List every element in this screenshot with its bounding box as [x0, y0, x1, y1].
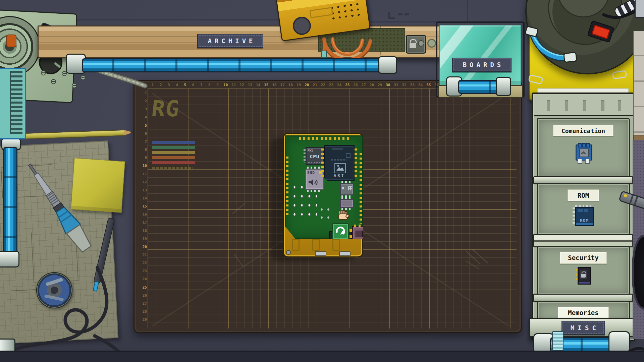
- screw[interactable]: [41, 70, 46, 75]
- drawer-label-comunication: Comunication: [553, 125, 613, 136]
- ruler-number: 10: [138, 164, 147, 168]
- ruler-number: 32: [400, 83, 408, 87]
- ruler-number: 35: [425, 83, 433, 87]
- art-chip[interactable]: ART: [324, 145, 355, 181]
- ruler-number: 26: [352, 83, 360, 87]
- ruler-number: 14: [138, 196, 147, 200]
- shell-slot: [312, 239, 320, 251]
- ruler-number: 13: [246, 83, 254, 87]
- logo-stripe: [152, 141, 195, 144]
- pencil[interactable]: [21, 130, 125, 140]
- blue-pipe-under-shelf: [82, 58, 383, 72]
- small-chip[interactable]: [340, 199, 354, 208]
- ruler-number: 18: [286, 83, 294, 87]
- screw[interactable]: [80, 75, 86, 80]
- via-dots: [318, 205, 333, 222]
- desk-seam: [467, 0, 468, 22]
- drawer-security[interactable]: Security: [537, 246, 630, 295]
- corner-slot-mark: [388, 12, 395, 19]
- hub-orange-latch: [6, 35, 16, 47]
- shell-slot: [292, 239, 300, 251]
- workbench-scene: 1234567891011121314151617181920212223242…: [0, 0, 644, 362]
- pipe-elbow: [0, 251, 19, 267]
- speaker-glyph: [308, 178, 319, 187]
- shelf-lock-box[interactable]: [406, 35, 426, 54]
- ruler-number: 7: [197, 83, 205, 87]
- grille-slats: [10, 71, 22, 134]
- mat-logo-stripes: [152, 141, 195, 168]
- mat-logo-fineprint: [152, 167, 193, 169]
- rom-chip-text: ROM: [580, 218, 589, 223]
- tape-label-mark: [46, 278, 63, 286]
- ruler-number: 8: [138, 147, 147, 152]
- k-chip-label: K: [342, 186, 344, 190]
- ruler-number: 20: [138, 245, 147, 249]
- gadget[interactable]: Mk1 CPU SND: [283, 133, 363, 257]
- ruler-number: 11: [230, 83, 238, 87]
- wifi-chip-icon: [575, 142, 592, 162]
- desk-front-edge: [0, 351, 644, 362]
- corner-metal-piece: [635, 0, 644, 18]
- drawer-comunication[interactable]: Comunication: [537, 118, 630, 178]
- tape-roll[interactable]: [36, 272, 72, 308]
- art-icon: [334, 163, 346, 173]
- tape-label-mark: [44, 294, 64, 301]
- unit-top-face: [534, 95, 633, 116]
- ruler-number: 23: [327, 83, 335, 87]
- rotate-arrow-icon[interactable]: [332, 223, 349, 240]
- ruler-number: 19: [138, 237, 147, 241]
- ruler-number: 27: [360, 83, 368, 87]
- ruler-number: 11: [138, 172, 147, 176]
- cpu-chip[interactable]: Mk1 CPU: [306, 147, 324, 165]
- screw[interactable]: [72, 83, 77, 88]
- ruler-number: 21: [311, 83, 319, 87]
- ruler-number: 5: [181, 83, 189, 87]
- ruler-number: 3: [138, 107, 147, 111]
- drawer-rom[interactable]: ROM ROM: [537, 183, 630, 235]
- ruler-number: 9: [138, 156, 147, 160]
- ruler-number: 15: [262, 83, 270, 87]
- hand-cursor: [337, 210, 350, 225]
- drawer-label-memories: Memories: [558, 307, 609, 319]
- ruler-number: 18: [138, 229, 147, 233]
- ruler-number: 34: [417, 83, 425, 87]
- ruler-number: 21: [138, 253, 147, 257]
- screw[interactable]: [51, 79, 56, 84]
- shell-clasp: [315, 251, 326, 256]
- ruler-number: 29: [376, 83, 384, 87]
- ruler-number: 14: [254, 83, 262, 87]
- ruler-number: 17: [138, 220, 147, 225]
- drawer-unit: Comunication ROM ROM: [532, 93, 635, 341]
- ruler-number: 2: [157, 83, 165, 87]
- ruler-number: 2: [138, 99, 147, 103]
- shelf-button: [427, 39, 436, 48]
- ruler-number: 17: [278, 83, 286, 87]
- ruler-number: 19: [295, 83, 303, 87]
- circuit-board[interactable]: Mk1 CPU SND: [285, 135, 363, 239]
- ruler-number: 15: [138, 204, 147, 208]
- k-chip[interactable]: K: [340, 183, 354, 195]
- pcb-left-pads: [286, 157, 288, 217]
- logo-stripe: [152, 146, 195, 149]
- ruler-number: 12: [138, 180, 147, 184]
- ruler-number: 4: [173, 83, 181, 87]
- misc-plaque: MISC: [561, 321, 605, 335]
- art-label: ART: [334, 173, 345, 178]
- boards-plaque: BOARDS: [452, 58, 512, 72]
- logo-stripe: [152, 161, 195, 164]
- ruler-number: 24: [335, 83, 343, 87]
- ruler-number: 16: [138, 212, 147, 217]
- blue-pipe-vertical: [3, 147, 17, 255]
- lock-chip-icon: [576, 266, 591, 284]
- pipe-coupling: [552, 331, 564, 351]
- ruler-number: 6: [138, 131, 147, 136]
- ruler-number: 20: [303, 83, 311, 87]
- pcb-right-pads: [360, 153, 362, 224]
- desk-seam: [71, 19, 280, 20]
- pencil-graphite: [131, 131, 133, 133]
- ruler-number: 22: [319, 83, 327, 87]
- vent-slot: [405, 13, 409, 15]
- iron-cord: [0, 261, 141, 362]
- cpu-line1: Mk1: [308, 149, 313, 152]
- ruler-number: 25: [343, 83, 352, 87]
